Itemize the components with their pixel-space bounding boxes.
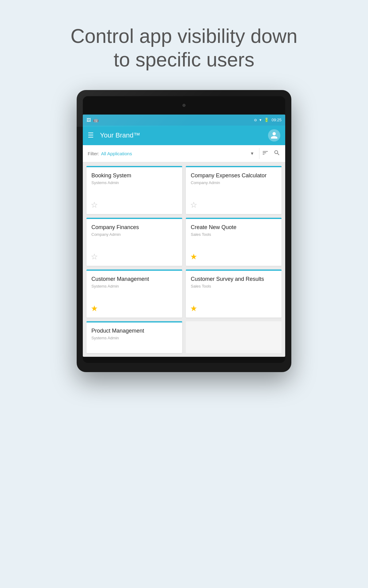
star-icon[interactable]: ★ xyxy=(190,252,197,262)
card-content: Booking System Systems Admin xyxy=(86,167,182,198)
minus-icon: ⊖ xyxy=(254,118,257,122)
app-card-empty xyxy=(186,321,282,353)
star-icon[interactable]: ★ xyxy=(91,304,98,313)
card-subtitle: Sales Tools xyxy=(191,232,277,237)
app-card-product-management[interactable]: Product Management Systems Admin xyxy=(86,321,182,353)
card-subtitle: Sales Tools xyxy=(191,284,277,288)
card-footer: ☆ xyxy=(86,198,182,214)
wifi-icon: ▾ xyxy=(259,118,262,122)
card-footer: ☆ xyxy=(86,250,182,266)
app-card-customer-management[interactable]: Customer Management Systems Admin ★ xyxy=(86,270,182,318)
card-title: Product Management xyxy=(91,327,177,334)
image-status-icon: 🖼 xyxy=(86,118,91,123)
status-bar: 🖼 🤖 ⊖ ▾ 🔋 09:25 xyxy=(83,115,285,126)
search-icon[interactable] xyxy=(274,149,280,158)
card-subtitle: Systems Admin xyxy=(91,180,177,185)
card-title: Create New Quote xyxy=(191,224,277,231)
status-bar-left: 🖼 🤖 xyxy=(86,118,98,123)
card-title: Company Expenses Calculator xyxy=(191,172,277,179)
app-bar-title: Your Brand™ xyxy=(100,131,140,139)
star-icon[interactable]: ☆ xyxy=(190,200,197,210)
sort-icon[interactable] xyxy=(262,149,269,158)
tablet-bezel-top xyxy=(83,96,285,115)
card-content: Company Finances Company Admin xyxy=(86,219,182,250)
card-footer: ★ xyxy=(186,250,282,266)
camera-icon xyxy=(182,104,186,107)
card-title: Customer Management xyxy=(91,276,177,283)
battery-icon: 🔋 xyxy=(264,118,269,122)
tablet-screen: 🖼 🤖 ⊖ ▾ 🔋 09:25 ☰ Your Brand™ xyxy=(83,115,285,357)
filter-label: Filter: xyxy=(88,151,99,156)
app-card-booking-system[interactable]: Booking System Systems Admin ☆ xyxy=(86,166,182,214)
star-icon[interactable]: ★ xyxy=(190,304,197,313)
card-content: Create New Quote Sales Tools xyxy=(186,219,282,250)
filter-value[interactable]: All Applications xyxy=(101,151,250,156)
card-subtitle: Systems Admin xyxy=(91,284,177,288)
app-card-company-finances[interactable]: Company Finances Company Admin ☆ xyxy=(86,218,182,266)
card-content: Customer Survey and Results Sales Tools xyxy=(186,271,282,301)
app-card-company-expenses[interactable]: Company Expenses Calculator Company Admi… xyxy=(186,166,282,214)
android-status-icon: 🤖 xyxy=(93,118,98,123)
app-card-customer-survey[interactable]: Customer Survey and Results Sales Tools … xyxy=(186,270,282,318)
card-title: Booking System xyxy=(91,172,177,179)
card-subtitle: Company Admin xyxy=(191,180,277,185)
card-content: Customer Management Systems Admin xyxy=(86,271,182,301)
app-card-create-quote[interactable]: Create New Quote Sales Tools ★ xyxy=(186,218,282,266)
card-content: Product Management Systems Admin xyxy=(86,322,182,353)
star-icon[interactable]: ☆ xyxy=(91,200,98,210)
card-subtitle: Company Admin xyxy=(91,232,177,237)
clock: 09:25 xyxy=(271,118,282,122)
app-bar: ☰ Your Brand™ xyxy=(83,126,285,145)
filter-actions xyxy=(262,149,280,158)
app-bar-left: ☰ Your Brand™ xyxy=(88,131,140,139)
tablet-mockup: 🖼 🤖 ⊖ ▾ 🔋 09:25 ☰ Your Brand™ xyxy=(0,90,368,372)
user-avatar-button[interactable] xyxy=(268,129,280,141)
hamburger-menu-icon[interactable]: ☰ xyxy=(88,131,94,139)
filter-dropdown-icon[interactable]: ▼ xyxy=(250,151,254,156)
apps-grid: Booking System Systems Admin ☆ Company E… xyxy=(83,162,285,357)
card-subtitle: Systems Admin xyxy=(91,336,177,340)
filter-bar: Filter: All Applications ▼ xyxy=(83,145,285,162)
filter-divider xyxy=(259,148,259,159)
card-footer: ★ xyxy=(186,301,282,318)
card-footer: ★ xyxy=(86,301,182,318)
card-footer: ☆ xyxy=(186,198,282,214)
card-content: Company Expenses Calculator Company Admi… xyxy=(186,167,282,198)
star-icon[interactable]: ☆ xyxy=(91,252,98,262)
tablet-device: 🖼 🤖 ⊖ ▾ 🔋 09:25 ☰ Your Brand™ xyxy=(77,90,291,372)
tablet-bezel-bottom xyxy=(83,357,285,363)
page-header: Control app visibility down to specific … xyxy=(0,0,368,90)
card-title: Customer Survey and Results xyxy=(191,276,277,283)
status-bar-right: ⊖ ▾ 🔋 09:25 xyxy=(254,118,282,122)
card-title: Company Finances xyxy=(91,224,177,231)
page-title: Control app visibility down to specific … xyxy=(31,24,337,72)
